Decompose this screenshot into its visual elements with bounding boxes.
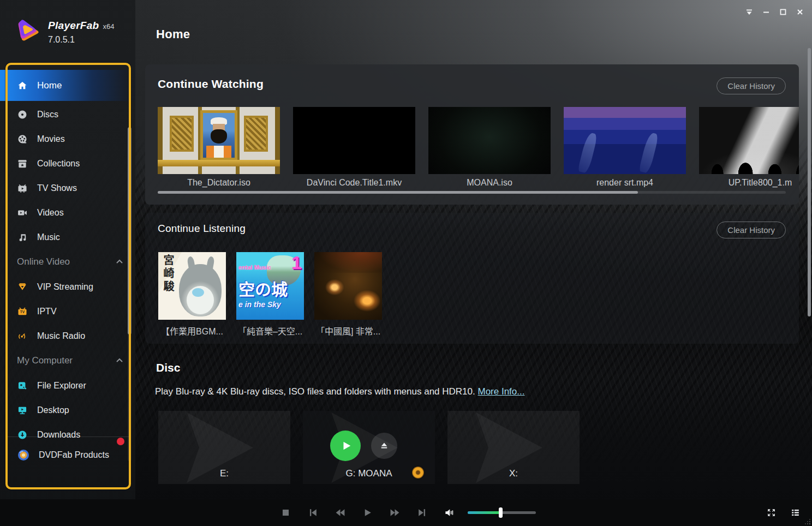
app-logo-block: PlayerFabx64 7.0.5.1: [0, 0, 135, 45]
audio-item-bgm[interactable]: 宮崎駿 【作業用BGM...: [158, 252, 226, 337]
sidebar: PlayerFabx64 7.0.5.1 Home Discs: [0, 0, 135, 499]
chevron-up-icon: [116, 258, 123, 266]
disc-description: Play Blu-ray & 4K Blu-ray discs, ISO fil…: [155, 386, 524, 397]
media-item-moana[interactable]: MOANA.iso: [428, 107, 551, 194]
more-info-link[interactable]: More Info...: [477, 386, 524, 397]
sidebar-item-desktop[interactable]: Desktop: [0, 398, 135, 422]
media-caption: MOANA.iso: [428, 178, 551, 188]
disc-icon: [17, 109, 28, 120]
audio-thumbnail: 1 ental Music 空の城 e in the Sky: [236, 252, 304, 320]
sidebar-section-my-computer[interactable]: My Computer: [0, 348, 135, 373]
video-thumbnail: [699, 107, 799, 174]
video-thumbnail: [158, 107, 280, 174]
window-controls: [743, 5, 807, 19]
drive-card-e[interactable]: E:: [158, 411, 290, 484]
video-thumbnail: [293, 107, 415, 174]
tv-icon: [17, 183, 28, 194]
speaker-icon[interactable]: [435, 499, 463, 526]
sidebar-item-home[interactable]: Home: [0, 70, 135, 101]
sidebar-item-label: Music Radio: [37, 331, 85, 341]
player-bar: [0, 499, 812, 526]
playerfab-logo-icon: [16, 20, 41, 44]
app-title: PlayerFabx64 7.0.5.1: [48, 20, 115, 45]
fast-forward-icon[interactable]: [381, 499, 408, 526]
sidebar-scrollbar-thumb[interactable]: [128, 127, 132, 334]
rewind-icon[interactable]: [326, 499, 354, 526]
sidebar-item-label: Movies: [37, 134, 65, 144]
section-label: Online Video: [17, 256, 116, 267]
sidebar-item-label: File Explorer: [37, 381, 86, 391]
sidebar-item-label: Videos: [37, 208, 64, 218]
sidebar-item-label: Home: [37, 80, 62, 91]
continue-watching-title: Continue Watching: [158, 77, 264, 91]
notification-dot: [117, 438, 124, 445]
app-arch: x64: [103, 22, 115, 31]
chevron-up-icon: [116, 357, 123, 364]
clear-history-button[interactable]: Clear History: [717, 77, 786, 94]
media-caption: 【作業用BGM...: [158, 324, 226, 337]
thumbnail-text: 空の城: [238, 276, 288, 300]
thumbnail-text: ental Music: [238, 264, 271, 271]
sidebar-item-file-explorer[interactable]: File Explorer: [0, 373, 135, 398]
music-note-icon: [17, 232, 28, 243]
stop-icon[interactable]: [272, 499, 299, 526]
desktop-icon: [17, 405, 28, 416]
volume-fill: [468, 511, 500, 514]
horizontal-scrollbar-thumb[interactable]: [158, 191, 638, 194]
drive-card-g-moana[interactable]: G: MOANA: [303, 411, 435, 484]
sidebar-item-label: Collections: [37, 159, 80, 169]
sidebar-item-videos[interactable]: Videos: [0, 200, 135, 225]
sidebar-item-music[interactable]: Music: [0, 225, 135, 249]
skip-next-icon[interactable]: [408, 499, 435, 526]
sidebar-item-iptv[interactable]: TV IPTV: [0, 299, 135, 324]
play-disc-button[interactable]: [330, 431, 361, 461]
sidebar-item-discs[interactable]: Discs: [0, 102, 135, 127]
volume-slider-thumb[interactable]: [499, 507, 503, 518]
sidebar-item-dvdfab-products[interactable]: DVDFab Products: [5, 437, 131, 473]
playlist-icon[interactable]: [788, 499, 802, 526]
disc-media-icon: [412, 467, 424, 479]
sidebar-item-music-radio[interactable]: Music Radio: [0, 324, 135, 348]
media-item-dictator[interactable]: The_Dictator.iso: [158, 107, 280, 194]
thumbnail-text: e in the Sky: [238, 300, 281, 309]
main-scrollbar-thumb[interactable]: [808, 48, 811, 316]
maximize-icon[interactable]: [777, 5, 790, 19]
media-item-up[interactable]: UP.Title800_1.m: [699, 107, 799, 194]
svg-text:TV: TV: [20, 310, 25, 314]
play-icon[interactable]: [354, 499, 381, 526]
audio-item-chinese-style[interactable]: 「中國風] 非常...: [314, 252, 382, 337]
media-caption: UP.Title800_1.m: [699, 178, 799, 188]
sidebar-nav: Home Discs Movies Collections: [0, 70, 135, 447]
collection-box-icon: [17, 158, 28, 169]
volume-slider[interactable]: [468, 511, 536, 514]
fullscreen-icon[interactable]: [764, 499, 778, 526]
sidebar-item-label: DVDFab Products: [39, 450, 109, 460]
audio-item-laputa[interactable]: 1 ental Music 空の城 e in the Sky 「純音樂–天空..…: [236, 252, 304, 337]
main-content: Home Continue Watching Clear History The…: [135, 0, 812, 499]
section-label: My Computer: [17, 355, 116, 366]
file-explorer-icon: [17, 380, 28, 391]
clear-history-button[interactable]: Clear History: [717, 222, 786, 238]
eject-disc-button[interactable]: [371, 433, 397, 459]
sidebar-item-label: VIP Streaming: [37, 282, 93, 292]
sidebar-item-movies[interactable]: Movies: [0, 127, 135, 151]
sidebar-item-label: TV Shows: [37, 183, 77, 193]
sidebar-item-collections[interactable]: Collections: [0, 151, 135, 176]
minimize-icon[interactable]: [760, 5, 773, 19]
sidebar-item-tv-shows[interactable]: TV Shows: [0, 176, 135, 200]
video-thumbnail: [564, 107, 686, 174]
continue-listening-title: Continue Listening: [158, 223, 246, 235]
media-item-render-srt[interactable]: render srt.mp4: [564, 107, 686, 194]
menu-dropdown-icon[interactable]: [743, 5, 756, 19]
thumbnail-text: 宮崎駿: [160, 254, 176, 294]
vip-gem-icon: [17, 282, 28, 292]
home-icon: [17, 80, 28, 91]
sidebar-item-vip-streaming[interactable]: VIP Streaming: [0, 274, 135, 299]
close-icon[interactable]: [793, 5, 807, 19]
skip-previous-icon[interactable]: [299, 499, 326, 526]
media-item-davinci[interactable]: DaVinci Code.Title1.mkv: [293, 107, 415, 194]
audio-thumbnail: 宮崎駿: [158, 252, 226, 320]
sidebar-section-online-video[interactable]: Online Video: [0, 249, 135, 274]
resize-grip[interactable]: [805, 519, 810, 524]
drive-card-x[interactable]: X:: [447, 411, 580, 484]
